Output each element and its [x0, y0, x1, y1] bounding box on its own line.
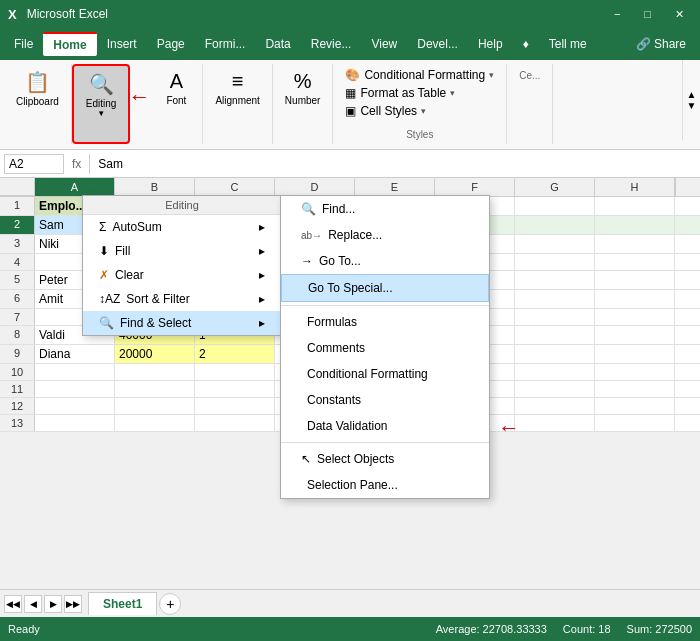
comments-item[interactable]: Comments — [281, 335, 489, 361]
cell-G10[interactable] — [515, 364, 595, 380]
autosum-item[interactable]: Σ AutoSum ▸ — [83, 215, 281, 239]
cell-G2[interactable] — [515, 216, 595, 234]
menu-page[interactable]: Page — [147, 33, 195, 55]
cell-B13[interactable] — [115, 415, 195, 431]
close-button[interactable]: ✕ — [667, 6, 692, 23]
formulas-item[interactable]: Formulas — [281, 309, 489, 335]
formula-input[interactable] — [94, 155, 696, 173]
find-select-item[interactable]: 🔍 Find & Select ▸ — [83, 311, 281, 335]
col-header-A[interactable]: A — [35, 178, 115, 196]
cell-C13[interactable] — [195, 415, 275, 431]
sheet-nav-next[interactable]: ▶ — [44, 595, 62, 613]
col-header-F[interactable]: F — [435, 178, 515, 196]
clipboard-paste-button[interactable]: 📋 Clipboard — [10, 66, 65, 111]
cell-C11[interactable] — [195, 381, 275, 397]
cell-A11[interactable] — [35, 381, 115, 397]
font-button[interactable]: A Font — [156, 66, 196, 110]
replace-item[interactable]: ab→Replace... — [281, 222, 489, 248]
menu-ideas[interactable]: ♦ — [513, 33, 539, 55]
cell-H7[interactable] — [595, 309, 675, 325]
menu-insert[interactable]: Insert — [97, 33, 147, 55]
cell-H5[interactable] — [595, 271, 675, 289]
select-objects-item[interactable]: ↖Select Objects — [281, 446, 489, 472]
cell-H10[interactable] — [595, 364, 675, 380]
maximize-button[interactable]: □ — [636, 6, 659, 22]
cell-G13[interactable] — [515, 415, 595, 431]
cell-B11[interactable] — [115, 381, 195, 397]
sheet-nav-first[interactable]: ◀◀ — [4, 595, 22, 613]
cell-G1[interactable] — [515, 197, 595, 215]
titlebar-controls[interactable]: − □ ✕ — [606, 6, 692, 23]
cell-G6[interactable] — [515, 290, 595, 308]
alignment-button[interactable]: ≡ Alignment — [209, 66, 265, 110]
cell-H13[interactable] — [595, 415, 675, 431]
cell-H4[interactable] — [595, 254, 675, 270]
cell-C9[interactable]: 2 — [195, 345, 275, 363]
cell-G12[interactable] — [515, 398, 595, 414]
cell-C10[interactable] — [195, 364, 275, 380]
menu-developer[interactable]: Devel... — [407, 33, 468, 55]
menu-data[interactable]: Data — [255, 33, 300, 55]
col-header-D[interactable]: D — [275, 178, 355, 196]
data-validation-item[interactable]: Data Validation — [281, 413, 489, 439]
find-item[interactable]: 🔍Find... — [281, 196, 489, 222]
menu-review[interactable]: Revie... — [301, 33, 362, 55]
cell-A10[interactable] — [35, 364, 115, 380]
editing-button[interactable]: 🔍 Editing ▼ — [80, 68, 123, 122]
cell-A12[interactable] — [35, 398, 115, 414]
cell-reference-input[interactable] — [4, 154, 64, 174]
menu-formulas[interactable]: Formi... — [195, 33, 256, 55]
cell-H8[interactable] — [595, 326, 675, 344]
cell-G5[interactable] — [515, 271, 595, 289]
menu-help[interactable]: Help — [468, 33, 513, 55]
cell-G8[interactable] — [515, 326, 595, 344]
goto-special-item[interactable]: Go To Special... — [281, 274, 489, 302]
constants-item[interactable]: Constants — [281, 387, 489, 413]
menu-home[interactable]: Home — [43, 32, 96, 56]
col-header-C[interactable]: C — [195, 178, 275, 196]
cell-A13[interactable] — [35, 415, 115, 431]
col-header-G[interactable]: G — [515, 178, 595, 196]
cell-B10[interactable] — [115, 364, 195, 380]
cond-format-button[interactable]: 🎨 Conditional Formatting ▾ — [341, 66, 498, 84]
cell-H6[interactable] — [595, 290, 675, 308]
cond-format-item[interactable]: Conditional Formatting — [281, 361, 489, 387]
minimize-button[interactable]: − — [606, 6, 628, 22]
sheet-nav-prev[interactable]: ◀ — [24, 595, 42, 613]
cell-C12[interactable] — [195, 398, 275, 414]
cell-G7[interactable] — [515, 309, 595, 325]
sheet-nav-last[interactable]: ▶▶ — [64, 595, 82, 613]
cell-A9[interactable]: Diana — [35, 345, 115, 363]
number-button[interactable]: % Number — [279, 66, 327, 110]
cell-H1[interactable] — [595, 197, 675, 215]
cell-H11[interactable] — [595, 381, 675, 397]
menu-tell-me[interactable]: Tell me — [539, 33, 597, 55]
clear-item[interactable]: ✗ Clear ▸ — [83, 263, 281, 287]
cell-H3[interactable] — [595, 235, 675, 253]
col-header-B[interactable]: B — [115, 178, 195, 196]
add-sheet-button[interactable]: + — [159, 593, 181, 615]
row-num-13: 13 — [0, 415, 35, 431]
ribbon-scroll-button[interactable]: ▲▼ — [682, 60, 700, 140]
col-header-E[interactable]: E — [355, 178, 435, 196]
cell-G9[interactable] — [515, 345, 595, 363]
share-button[interactable]: 🔗 Share — [626, 33, 696, 55]
cell-G11[interactable] — [515, 381, 595, 397]
cell-H2[interactable] — [595, 216, 675, 234]
menu-file[interactable]: File — [4, 33, 43, 55]
cell-B9[interactable]: 20000 — [115, 345, 195, 363]
cell-H12[interactable] — [595, 398, 675, 414]
goto-item[interactable]: →Go To... — [281, 248, 489, 274]
format-table-button[interactable]: ▦ Format as Table ▾ — [341, 84, 498, 102]
cell-H9[interactable] — [595, 345, 675, 363]
cell-styles-button[interactable]: ▣ Cell Styles ▾ — [341, 102, 498, 120]
sheet1-tab[interactable]: Sheet1 — [88, 592, 157, 615]
cell-B12[interactable] — [115, 398, 195, 414]
fill-item[interactable]: ⬇ Fill ▸ — [83, 239, 281, 263]
cell-G3[interactable] — [515, 235, 595, 253]
sort-filter-item[interactable]: ↕AZ Sort & Filter ▸ — [83, 287, 281, 311]
menu-view[interactable]: View — [361, 33, 407, 55]
col-header-H[interactable]: H — [595, 178, 675, 196]
selection-pane-item[interactable]: Selection Pane... — [281, 472, 489, 498]
cell-G4[interactable] — [515, 254, 595, 270]
